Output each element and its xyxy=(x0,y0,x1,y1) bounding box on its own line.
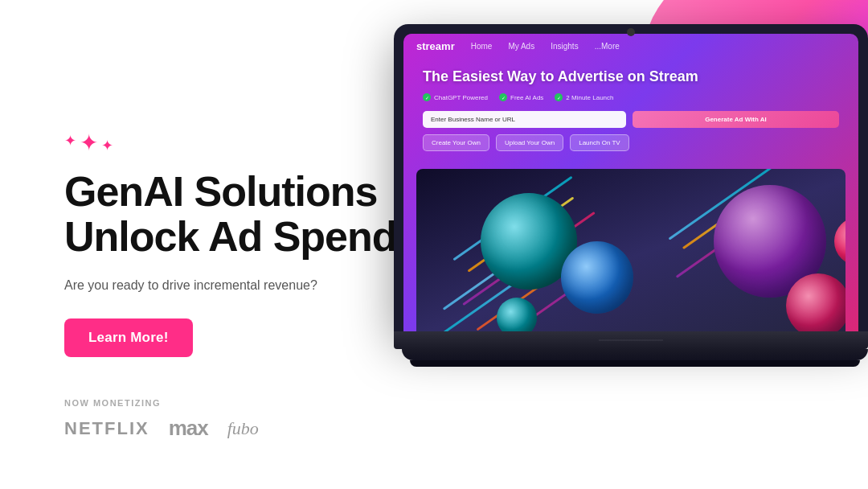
screen-nav-myads: My Ads xyxy=(508,42,534,51)
now-monetizing-section: NOW MONETIZING NETFLIX max fubo xyxy=(64,398,259,441)
screen-checks: ✓ ChatGPT Powered ✓ Free AI Ads ✓ 2 Minu… xyxy=(423,93,839,101)
right-panel: streamr Home My Ads Insights ...More The… xyxy=(394,24,868,475)
screen-upload-btn[interactable]: Upload Your Own xyxy=(496,134,563,151)
screen-nav-insights: Insights xyxy=(551,42,578,51)
laptop-trackpad xyxy=(599,340,663,341)
camera-notch xyxy=(627,28,635,36)
screen-hero-title: The Easiest Way to Advertise on Stream xyxy=(423,68,839,85)
sparkles-decoration: ✦ ✦ ✦ xyxy=(64,132,450,154)
check-icon-1: ✓ xyxy=(423,93,431,101)
check-label-3: 2 Minute Launch xyxy=(566,94,613,101)
check-label-2: Free AI Ads xyxy=(510,94,543,101)
laptop-foot xyxy=(410,360,860,367)
screen-nav-home: Home xyxy=(471,42,493,51)
headline-line2: Unlock Ad Spend xyxy=(64,213,397,260)
sphere-pink-small xyxy=(834,217,845,265)
streaming-logos: NETFLIX max fubo xyxy=(64,416,259,441)
headline-line1: GenAI Solutions xyxy=(64,168,377,215)
fubo-logo: fubo xyxy=(227,418,259,439)
sparkle-tiny-icon: ✦ xyxy=(101,138,113,153)
laptop-stand xyxy=(402,349,868,360)
screen-create-btn[interactable]: Create Your Own xyxy=(423,134,489,151)
laptop-screen-outer: streamr Home My Ads Insights ...More The… xyxy=(394,24,868,331)
laptop-base xyxy=(394,331,868,349)
screen-check-2: ✓ Free AI Ads xyxy=(499,93,543,101)
check-icon-3: ✓ xyxy=(555,93,563,101)
netflix-logo: NETFLIX xyxy=(64,418,149,439)
screen-input-row: Enter Business Name or URL Generate Ad W… xyxy=(423,111,839,128)
subheadline: Are you ready to drive incremental reven… xyxy=(64,278,450,293)
screen-check-3: ✓ 2 Minute Launch xyxy=(555,93,613,101)
headline: GenAI Solutions Unlock Ad Spend xyxy=(64,169,450,259)
screen-generate-btn[interactable]: Generate Ad With AI xyxy=(633,111,839,128)
check-label-1: ChatGPT Powered xyxy=(434,94,488,101)
max-logo: max xyxy=(169,416,208,441)
screen-nav-more: ...More xyxy=(595,42,620,51)
laptop-screen: streamr Home My Ads Insights ...More The… xyxy=(403,34,858,331)
learn-more-button[interactable]: Learn More! xyxy=(64,318,193,357)
sphere-teal-small xyxy=(497,298,537,331)
sparkle-small-icon: ✦ xyxy=(64,134,76,148)
screen-btn-row: Create Your Own Upload Your Own Launch O… xyxy=(423,134,839,151)
screen-check-1: ✓ ChatGPT Powered xyxy=(423,93,488,101)
screen-navbar: streamr Home My Ads Insights ...More xyxy=(403,34,858,59)
screen-visualization xyxy=(416,169,845,331)
screen-hero: The Easiest Way to Advertise on Stream ✓… xyxy=(403,59,858,169)
screen-business-input[interactable]: Enter Business Name or URL xyxy=(423,111,626,128)
sphere-blue xyxy=(561,241,633,314)
now-monetizing-label: NOW MONETIZING xyxy=(64,398,259,408)
check-icon-2: ✓ xyxy=(499,93,507,101)
sphere-pink xyxy=(786,273,845,331)
screen-launch-btn[interactable]: Launch On TV xyxy=(570,134,628,151)
laptop-mockup: streamr Home My Ads Insights ...More The… xyxy=(394,24,868,367)
sparkle-large-icon: ✦ xyxy=(80,132,98,154)
screen-brand: streamr xyxy=(416,40,455,52)
